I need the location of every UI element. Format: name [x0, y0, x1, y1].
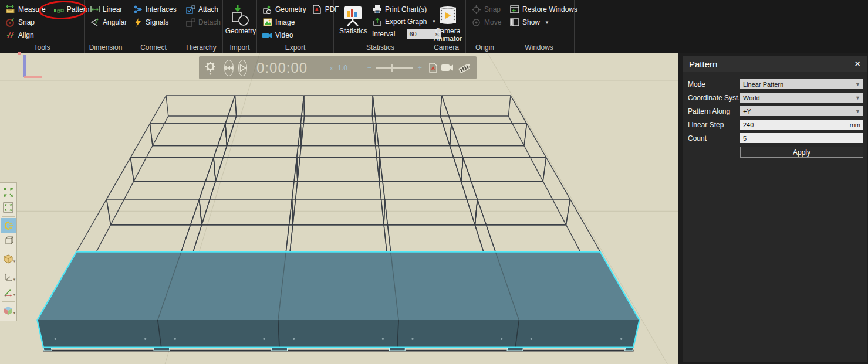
origin-move-button[interactable]: Move — [471, 18, 501, 27]
export-geometry-button[interactable]: Geometry — [262, 5, 306, 14]
view-tools-sidebar: ▼ ▼ ▼ ▼ — [0, 182, 17, 321]
origin-axes-icon — [4, 288, 13, 297]
linear-step-input[interactable] — [743, 121, 850, 128]
fit-selected-button[interactable] — [1, 200, 16, 215]
scene-canvas — [0, 53, 678, 364]
play-button[interactable] — [238, 60, 247, 76]
simulation-settings-button[interactable]: ▼ — [205, 61, 216, 75]
snap-button[interactable]: Snap — [5, 18, 35, 27]
statistics-button[interactable]: Statistics — [339, 3, 367, 42]
restore-windows-label: Restore Windows — [522, 5, 577, 13]
ribbon-toolbar: Measure Pattern Snap Align Tools — [0, 0, 868, 53]
count-label: Count — [688, 134, 740, 142]
toolbar-divider — [2, 268, 15, 268]
export-graph-button[interactable]: Export Graph ▼ — [372, 17, 436, 26]
ribbon-section-dimension: Linear Angular Dimension — [85, 0, 127, 53]
ribbon-empty-area — [575, 0, 868, 53]
section-label-camera: Camera — [427, 43, 465, 52]
detach-label: Detach — [198, 18, 221, 26]
angular-dimension-button[interactable]: Angular — [90, 18, 127, 27]
statistics-chart-icon — [342, 4, 365, 28]
section-label-hierarchy: Hierarchy — [180, 43, 222, 52]
export-video-button[interactable]: Video — [262, 30, 293, 40]
signals-label: Signals — [146, 18, 168, 26]
export-pdf-icon[interactable] — [429, 63, 437, 73]
fit-all-button[interactable] — [1, 185, 16, 200]
rewind-button[interactable] — [224, 60, 234, 76]
import-geometry-label: Geometry — [225, 28, 256, 35]
mode-dropdown[interactable]: Linear Pattern ▼ — [740, 79, 863, 89]
attach-button[interactable]: Attach — [185, 5, 218, 14]
ribbon-section-windows: Restore Windows Show ▼ Windows — [504, 0, 575, 53]
axis-x-bar — [24, 76, 42, 78]
export-geometry-icon — [262, 5, 272, 14]
speed-value: 1.0 — [337, 64, 347, 72]
video-camera-icon — [262, 30, 272, 40]
dropdown-arrow-icon: ▼ — [13, 293, 16, 297]
headlight-button[interactable] — [1, 218, 16, 233]
angular-dimension-icon — [90, 18, 100, 27]
view-orientation-button[interactable]: ▼ — [1, 303, 16, 318]
detach-button[interactable]: Detach — [185, 18, 221, 27]
origin-snap-button[interactable]: Snap — [471, 5, 501, 14]
origin-axes-button[interactable]: ▼ — [1, 285, 16, 300]
import-geometry-button[interactable]: Geometry — [228, 3, 253, 35]
annotation-dot — [18, 52, 21, 55]
viewport-3d[interactable]: ▼ 0:00:00 x 1.0 − + — [0, 53, 678, 364]
linear-step-label: Linear Step — [688, 121, 740, 129]
film-strip-icon[interactable] — [458, 63, 471, 73]
origin-move-label: Move — [484, 18, 501, 26]
count-input[interactable] — [743, 135, 860, 142]
speed-slider-handle[interactable] — [391, 64, 393, 72]
close-icon[interactable]: ✕ — [854, 59, 861, 69]
linear-dimension-icon — [90, 5, 100, 14]
signals-button[interactable]: Signals — [133, 18, 168, 27]
rewind-icon — [225, 65, 233, 71]
settings-dropdown-arrow-icon: ▼ — [208, 72, 212, 75]
ribbon-section-camera: Camera Animator Camera — [427, 0, 466, 53]
interfaces-label: Interfaces — [146, 5, 177, 13]
pattern-along-dropdown[interactable]: +Y ▼ — [740, 106, 863, 116]
print-charts-button[interactable]: Print Chart(s) — [372, 5, 427, 14]
panel-title: Pattern — [689, 59, 854, 69]
frame-axes-button[interactable]: ▼ — [1, 270, 16, 285]
linear-dimension-label: Linear — [103, 5, 122, 13]
section-label-export: Export — [257, 43, 333, 52]
camera-animator-button[interactable]: Camera Animator — [433, 3, 463, 43]
orthographic-cube-button[interactable] — [1, 233, 16, 249]
section-label-dimension: Dimension — [85, 43, 127, 52]
speed-increase-button[interactable]: + — [417, 63, 422, 72]
ribbon-section-connect: Interfaces Signals Connect — [127, 0, 180, 53]
origin-snap-label: Snap — [484, 5, 501, 13]
speed-slider-track[interactable] — [376, 67, 413, 69]
simulation-speed: x 1.0 — [330, 64, 347, 72]
section-label-statistics: Statistics — [334, 43, 427, 52]
measure-button[interactable]: Measure — [5, 5, 46, 14]
snap-icon — [5, 18, 15, 27]
view-axis-widget — [23, 55, 44, 81]
snap-label: Snap — [18, 18, 35, 26]
linear-step-unit: mm — [850, 121, 860, 128]
restore-windows-button[interactable]: Restore Windows — [509, 5, 577, 14]
coordinate-system-label: Coordinate Syst... — [688, 94, 740, 102]
speed-decrease-button[interactable]: − — [367, 63, 372, 72]
interfaces-button[interactable]: Interfaces — [133, 5, 177, 14]
coordinate-system-dropdown[interactable]: World ▼ — [740, 93, 863, 103]
align-button[interactable]: Align — [5, 30, 34, 40]
pattern-icon — [54, 5, 64, 14]
show-windows-button[interactable]: Show ▼ — [509, 18, 549, 27]
ribbon-section-statistics: Statistics Print Chart(s) Export Graph — [334, 0, 427, 53]
export-geometry-label: Geometry — [275, 5, 306, 13]
record-video-icon[interactable] — [441, 64, 454, 72]
toolbar-divider — [2, 250, 15, 250]
render-mode-button[interactable]: ▼ — [1, 251, 16, 267]
apply-button[interactable]: Apply — [740, 147, 863, 158]
headlight-icon — [3, 221, 13, 230]
restore-windows-icon — [509, 5, 519, 14]
linear-dimension-button[interactable]: Linear — [90, 5, 122, 14]
dropdown-arrow-icon: ▼ — [13, 260, 16, 263]
dropdown-arrow-icon: ▼ — [13, 278, 16, 281]
camera-animator-label: Camera Animator — [431, 28, 464, 43]
section-label-import: Import — [223, 43, 256, 52]
export-image-button[interactable]: Image — [262, 18, 295, 27]
